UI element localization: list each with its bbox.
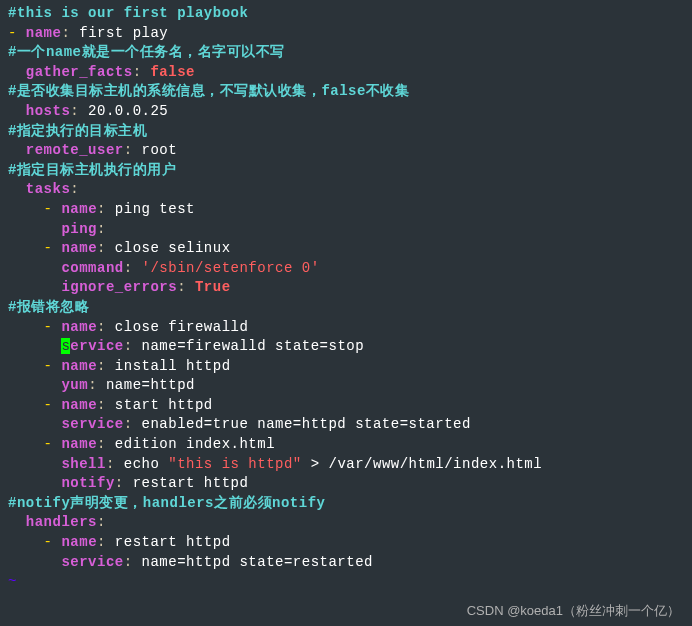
- code-line: yum: name=httpd: [8, 376, 684, 396]
- code-line: hosts: 20.0.0.25: [8, 102, 684, 122]
- code-line: - name: edition index.html: [8, 435, 684, 455]
- code-line: ping:: [8, 220, 684, 240]
- cursor: s: [61, 338, 70, 354]
- code-line: shell: echo "this is httpd" > /var/www/h…: [8, 455, 684, 475]
- code-line: - name: start httpd: [8, 396, 684, 416]
- code-line: #指定目标主机执行的用户: [8, 161, 684, 181]
- code-line: - name: restart httpd: [8, 533, 684, 553]
- code-line: ~: [8, 572, 684, 592]
- code-line: notify: restart httpd: [8, 474, 684, 494]
- code-line: service: name=httpd state=restarted: [8, 553, 684, 573]
- tilde-marker: ~: [8, 573, 17, 589]
- code-line: ignore_errors: True: [8, 278, 684, 298]
- watermark: CSDN @koeda1（粉丝冲刺一个亿）: [467, 602, 680, 620]
- code-line: #一个name就是一个任务名，名字可以不写: [8, 43, 684, 63]
- code-line: - name: install httpd: [8, 357, 684, 377]
- code-line: - name: close firewalld: [8, 318, 684, 338]
- code-line: #报错将忽略: [8, 298, 684, 318]
- code-line: service: name=firewalld state=stop: [8, 337, 684, 357]
- code-line: #指定执行的目标主机: [8, 122, 684, 142]
- code-line: #this is our first playbook: [8, 4, 684, 24]
- code-line: remote_user: root: [8, 141, 684, 161]
- code-block: #this is our first playbook - name: firs…: [8, 4, 684, 592]
- code-line: service: enabled=true name=httpd state=s…: [8, 415, 684, 435]
- code-line: - name: first play: [8, 24, 684, 44]
- code-line: #是否收集目标主机的系统信息，不写默认收集，false不收集: [8, 82, 684, 102]
- code-line: command: '/sbin/setenforce 0': [8, 259, 684, 279]
- code-line: - name: ping test: [8, 200, 684, 220]
- code-line: #notify声明变更，handlers之前必须notify: [8, 494, 684, 514]
- code-line: tasks:: [8, 180, 684, 200]
- code-line: - name: close selinux: [8, 239, 684, 259]
- code-line: gather_facts: false: [8, 63, 684, 83]
- code-line: handlers:: [8, 513, 684, 533]
